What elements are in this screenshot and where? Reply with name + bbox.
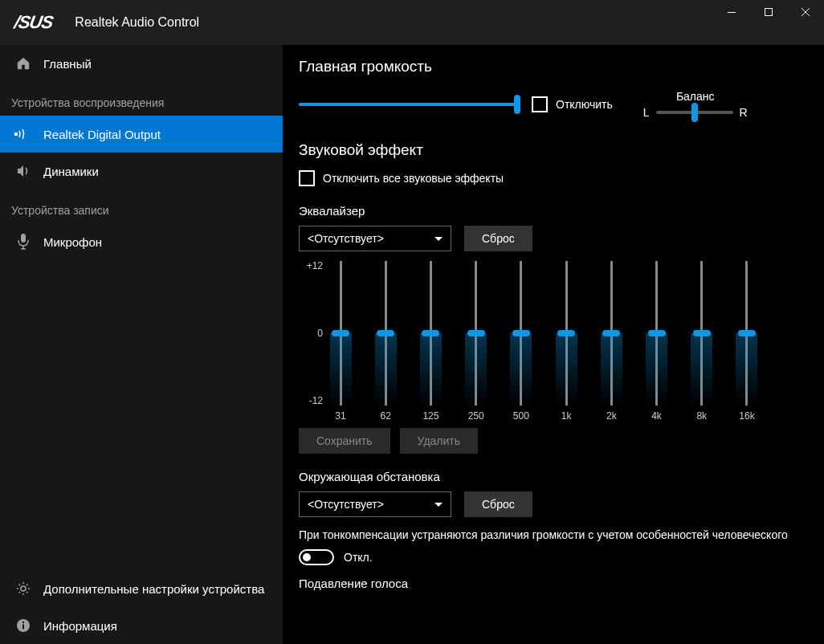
sidebar-item-advanced[interactable]: Дополнительные настройки устройства xyxy=(0,570,283,607)
eq-band-slider[interactable]: 31 xyxy=(331,261,350,406)
eq-band-label: 2k xyxy=(606,410,617,422)
eq-band-label: 16k xyxy=(739,410,754,422)
eq-band-slider[interactable]: 62 xyxy=(376,261,395,406)
eq-band-label: 4k xyxy=(651,410,662,422)
equalizer-preset-select[interactable]: <Отсутствует> xyxy=(299,226,451,251)
equalizer-graph: +12 0 -12 31621252505001k2k4k8k16k xyxy=(299,261,757,422)
window-controls xyxy=(713,0,824,24)
select-value: <Отсутствует> xyxy=(308,232,384,245)
sidebar-section-recording: Устройства записи xyxy=(0,190,283,223)
eq-band-label: 62 xyxy=(381,410,391,422)
voice-suppression-label: Подавление голоса xyxy=(299,577,824,590)
sidebar: Главный Устройства воспроизведения Realt… xyxy=(0,45,283,644)
svg-point-8 xyxy=(22,622,24,623)
sidebar-section-playback: Устройства воспроизведения xyxy=(0,82,283,116)
minimize-button[interactable] xyxy=(713,0,750,24)
home-icon xyxy=(14,55,32,72)
svg-rect-1 xyxy=(765,9,773,16)
maximize-button[interactable] xyxy=(750,0,787,24)
equalizer-save-button[interactable]: Сохранить xyxy=(299,428,390,454)
balance-right-label: R xyxy=(740,106,748,119)
gear-icon xyxy=(14,580,32,597)
asus-logo: /SUS xyxy=(13,12,55,33)
environment-reset-button[interactable]: Сброс xyxy=(464,491,532,517)
eq-band-label: 8k xyxy=(696,410,707,422)
speaker-icon xyxy=(14,162,32,180)
eq-band-label: 1k xyxy=(561,410,572,422)
eq-band-slider[interactable]: 2k xyxy=(602,261,621,406)
loudness-description: При тонкомпенсации устраняются различия … xyxy=(299,528,824,541)
master-volume-slider[interactable] xyxy=(299,103,517,106)
eq-band-slider[interactable]: 250 xyxy=(467,261,486,406)
titlebar: /SUS Realtek Audio Control xyxy=(0,0,824,45)
svg-rect-0 xyxy=(728,12,736,13)
mute-checkbox[interactable] xyxy=(532,96,548,112)
balance-label: Баланс xyxy=(643,90,748,103)
digital-output-icon xyxy=(14,125,32,143)
loudness-toggle[interactable] xyxy=(299,549,334,565)
microphone-icon xyxy=(14,233,32,251)
eq-band-label: 125 xyxy=(422,410,439,422)
info-icon xyxy=(14,617,32,634)
chevron-down-icon xyxy=(434,237,443,241)
sidebar-item-home[interactable]: Главный xyxy=(0,45,283,82)
eq-band-slider[interactable]: 500 xyxy=(512,261,531,406)
chevron-down-icon xyxy=(434,503,443,507)
environment-label: Окружающая обстановка xyxy=(299,470,824,483)
eq-band-label: 500 xyxy=(513,410,529,422)
svg-rect-3 xyxy=(21,234,26,243)
sidebar-item-label: Информация xyxy=(43,619,117,633)
main-panel: Главная громкость Отключить Баланс L R xyxy=(283,45,824,644)
select-value: <Отсутствует> xyxy=(308,498,384,511)
eq-band-slider[interactable]: 125 xyxy=(421,261,440,406)
sidebar-item-label: Главный xyxy=(43,57,92,71)
svg-rect-9 xyxy=(22,625,24,630)
eq-band-label: 31 xyxy=(335,410,345,422)
disable-effects-checkbox[interactable] xyxy=(299,170,315,186)
eq-ylabel-top: +12 xyxy=(299,261,323,271)
sound-effect-title: Звуковой эффект xyxy=(299,141,824,159)
master-volume-title: Главная громкость xyxy=(299,58,824,75)
sidebar-item-label: Realtek Digital Output xyxy=(43,128,161,141)
environment-preset-select[interactable]: <Отсутствует> xyxy=(299,491,451,517)
eq-band-slider[interactable]: 1k xyxy=(557,261,576,406)
sidebar-item-label: Динамики xyxy=(43,165,99,178)
eq-band-label: 250 xyxy=(468,410,484,422)
sidebar-item-label: Дополнительные настройки устройства xyxy=(43,582,264,596)
equalizer-reset-button[interactable]: Сброс xyxy=(464,226,532,251)
sidebar-item-label: Микрофон xyxy=(43,235,102,249)
eq-ylabel-mid: 0 xyxy=(299,328,323,338)
mute-label: Отключить xyxy=(556,98,613,111)
eq-band-slider[interactable]: 4k xyxy=(647,261,667,406)
sidebar-item-speakers[interactable]: Динамики xyxy=(0,153,283,190)
app-title: Realtek Audio Control xyxy=(75,15,199,30)
sidebar-item-microphone[interactable]: Микрофон xyxy=(0,223,283,260)
eq-band-slider[interactable]: 16k xyxy=(737,261,757,406)
sidebar-item-digital-output[interactable]: Realtek Digital Output xyxy=(0,116,283,153)
toggle-state-label: Откл. xyxy=(344,551,373,564)
eq-ylabel-bot: -12 xyxy=(299,396,323,406)
balance-slider[interactable] xyxy=(656,111,733,114)
close-button[interactable] xyxy=(787,0,824,24)
svg-rect-2 xyxy=(14,132,18,136)
eq-band-slider[interactable]: 8k xyxy=(692,261,712,406)
balance-left-label: L xyxy=(643,106,650,119)
svg-point-6 xyxy=(21,586,26,591)
equalizer-delete-button[interactable]: Удалить xyxy=(400,428,478,454)
sidebar-item-info[interactable]: Информация xyxy=(0,607,283,644)
disable-effects-label: Отключить все звуковые эффекты xyxy=(323,172,504,185)
equalizer-label: Эквалайзер xyxy=(299,204,824,218)
